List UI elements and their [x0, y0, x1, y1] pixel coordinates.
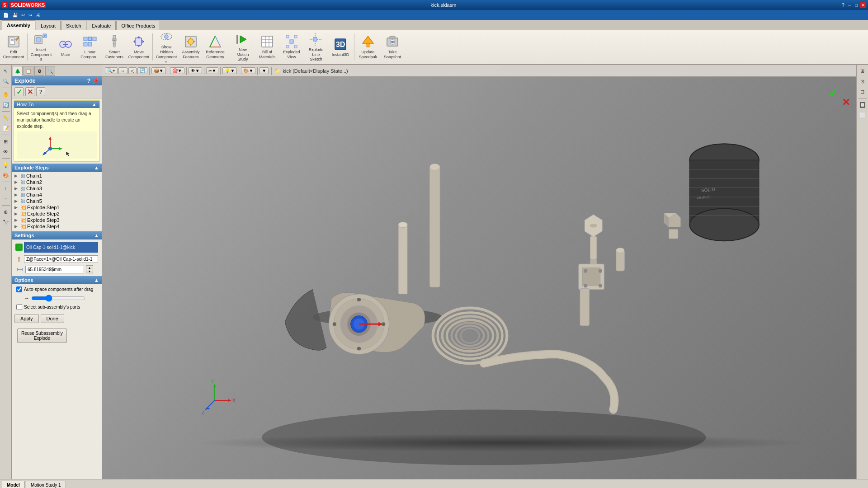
explode-steps-header[interactable]: Explode Steps ▲ [12, 164, 102, 172]
hide-show-btn[interactable]: 👁▼ [189, 67, 202, 74]
lt-hide[interactable]: 👁 [1, 147, 11, 157]
lt-color[interactable]: 🎨 [1, 170, 11, 180]
tab-office-products[interactable]: Office Products [116, 21, 160, 30]
rt-view1[interactable]: ⊞ [858, 66, 868, 76]
appearance-btn[interactable]: 🎨▼ [241, 67, 255, 74]
tab-motion-study-1[interactable]: Motion Study 1 [26, 481, 66, 488]
ribbon-insert-components[interactable]: InsertComponents [29, 31, 53, 63]
ribbon-edit-component[interactable]: EditComponent [2, 33, 25, 61]
ribbon-update-speedpak[interactable]: UpdateSpeedpak [356, 33, 380, 61]
tree-item-chain5[interactable]: ▶ ⛓ Chain5 [14, 198, 100, 204]
close-btn[interactable]: ✕ [860, 2, 866, 8]
rt-view4[interactable]: 🔲 [858, 100, 868, 110]
tree-item-explode1[interactable]: ▶ 💥 Explode Step1 [14, 204, 100, 211]
ribbon-explode-line[interactable]: ExplodeLineSketch [304, 31, 328, 63]
zoom-in-btn[interactable]: 🔍+ [105, 67, 118, 74]
tab-evaluate[interactable]: Evaluate [87, 21, 116, 30]
sidebar-tab-featuretree[interactable]: 🌲 [13, 66, 23, 76]
lt-smart-dim[interactable]: ⟂ [1, 183, 11, 193]
spin-up[interactable]: ▲ [86, 266, 93, 269]
tree-item-chain3[interactable]: ▶ ⛓ Chain3 [14, 185, 100, 192]
ribbon-new-motion[interactable]: NewMotionStudy [231, 31, 255, 63]
ribbon-bill-of-materials[interactable]: Bill ofMaterials [255, 33, 279, 61]
tab-sketch[interactable]: Sketch [61, 21, 86, 30]
options-btn[interactable]: ? [36, 87, 45, 96]
settings-header[interactable]: Settings ▲ [12, 231, 102, 239]
tree-item-chain4[interactable]: ▶ ⛓ Chain4 [14, 192, 100, 198]
sidebar-tab-search[interactable]: 🔍 [45, 66, 55, 76]
panel-pin-icon[interactable]: 📌 [92, 78, 99, 84]
lt-rotate[interactable]: 🔄 [1, 100, 11, 110]
lt-explore[interactable]: 🔭 [1, 217, 11, 227]
lt-note[interactable]: 📝 [1, 123, 11, 133]
lt-sep4 [2, 158, 10, 159]
ribbon-move-component[interactable]: MoveComponent [127, 33, 151, 61]
lt-display[interactable]: 💡 [1, 160, 11, 170]
print-btn[interactable]: 🖨 [34, 12, 42, 18]
svg-rect-19 [113, 39, 116, 41]
lt-select[interactable]: ↖ [1, 66, 11, 76]
tree-item-chain1[interactable]: ▶ ⛓ Chain1 [14, 173, 100, 179]
tab-assembly[interactable]: Assembly [2, 20, 35, 30]
section-view-btn[interactable]: ✂▼ [206, 67, 219, 74]
options-header[interactable]: Options ▲ [12, 276, 102, 284]
lt-pan[interactable]: ✋ [1, 89, 11, 99]
tab-layout[interactable]: Layout [36, 21, 61, 30]
prev-view-btn[interactable]: ◁ [128, 67, 137, 74]
lt-relations[interactable]: ≡ [1, 194, 11, 204]
chain1-label: Chain1 [26, 173, 42, 178]
tree-item-chain2[interactable]: ▶ ⛓ Chain2 [14, 179, 100, 185]
tree-item-explode3[interactable]: ▶ 💥 Explode Step3 [14, 217, 100, 223]
ribbon-take-snapshot[interactable]: TakeSnapshot [381, 33, 404, 61]
ribbon-reference-geometry[interactable]: ReferenceGeometry [203, 33, 227, 61]
reuse-subassembly-button[interactable]: Reuse SubassemblyExplode [17, 328, 67, 343]
spin-down[interactable]: ▼ [86, 269, 93, 273]
restore-btn[interactable]: □ [854, 2, 859, 8]
reference-input[interactable] [24, 255, 98, 263]
rotate-btn[interactable]: 🔄 [137, 67, 147, 74]
save-btn[interactable]: 💾 [11, 12, 19, 18]
howto-header[interactable]: How-To ▲ [14, 101, 99, 108]
tree-item-explode2[interactable]: ▶ 💥 Explode Step2 [14, 211, 100, 217]
viewport[interactable]: 🔍+ ↔ ◁ 🔄 📦▼ 🎯▼ 👁▼ ✂▼ 💡▼ 🎨▼ ▼ [102, 65, 856, 479]
tree-item-explode4[interactable]: ▶ 💥 Explode Step4 [14, 223, 100, 230]
distance-input[interactable] [25, 266, 84, 273]
rt-expand[interactable]: ⬜ [858, 110, 868, 120]
help-btn[interactable]: ? [840, 2, 846, 8]
ribbon-mate[interactable]: Mate [54, 36, 77, 58]
panel-help-icon[interactable]: ? [87, 78, 90, 84]
distance-spinner[interactable]: ▲ ▼ [86, 265, 93, 273]
lt-section[interactable]: ⊞ [1, 136, 11, 146]
minimize-btn[interactable]: ─ [847, 2, 853, 8]
ribbon-exploded-view[interactable]: ExplodedView [280, 33, 303, 61]
view-orient-btn[interactable]: 🎯▼ [170, 67, 184, 74]
ribbon-smart-fasteners[interactable]: SmartFasteners [103, 33, 126, 61]
undo-btn[interactable]: ↩ [20, 12, 26, 18]
lt-measure[interactable]: 📏 [1, 113, 11, 123]
ribbon-linear-component[interactable]: LinearCompon... [78, 33, 102, 61]
confirm-btn[interactable]: ✓ [14, 87, 24, 96]
rt-view2[interactable]: ⊡ [858, 76, 868, 86]
auto-space-checkbox[interactable] [16, 286, 22, 292]
spacing-slider[interactable] [31, 295, 85, 302]
tab-model[interactable]: Model [2, 481, 25, 488]
cancel-btn[interactable]: ✕ [25, 87, 34, 96]
display-style-btn[interactable]: 📦▼ [151, 67, 166, 74]
more-btn[interactable]: ▼ [259, 67, 269, 74]
zoom-fit-btn[interactable]: ↔ [118, 67, 127, 74]
new-btn[interactable]: 📄 [2, 12, 10, 18]
lights-btn[interactable]: 💡▼ [222, 67, 237, 74]
redo-btn[interactable]: ↪ [27, 12, 33, 18]
apply-button[interactable]: Apply [14, 314, 39, 323]
ribbon-assembly-features[interactable]: AssemblyFeatures [179, 33, 203, 61]
rt-view3[interactable]: ⊟ [858, 87, 868, 97]
sidebar-tab-config[interactable]: ⚙ [34, 66, 44, 76]
sidebar-tab-properties[interactable]: 📋 [24, 66, 33, 76]
ribbon-show-hidden[interactable]: ShowHiddenComponents [155, 28, 178, 65]
done-button[interactable]: Done [41, 314, 64, 323]
ribbon-instant3d[interactable]: 3D Instant3D [329, 36, 352, 58]
lt-assembly[interactable]: ⊕ [1, 207, 11, 217]
component-input[interactable] [24, 242, 98, 253]
lt-zoom[interactable]: 🔍 [1, 76, 11, 86]
select-sub-checkbox[interactable] [16, 304, 22, 310]
